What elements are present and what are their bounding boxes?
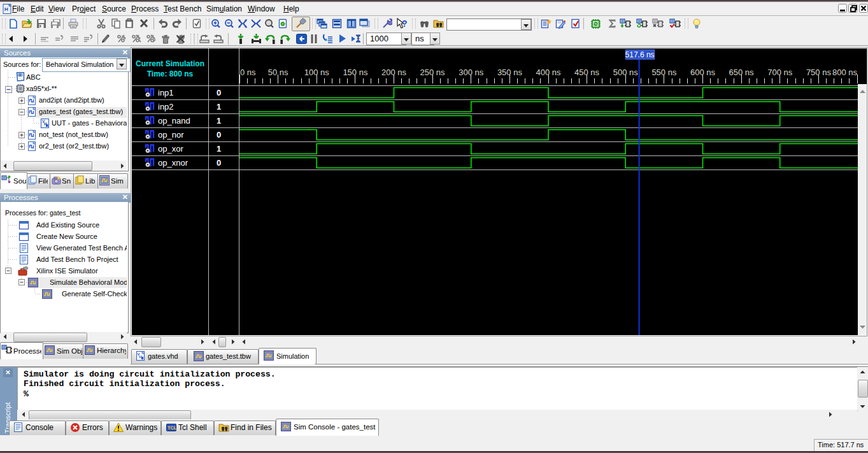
svg-text:Create New Source: Create New Source	[36, 233, 97, 240]
svg-text:op_xnor: op_xnor	[158, 158, 189, 168]
svg-text:op_xor: op_xor	[158, 144, 183, 154]
svg-text:inp1: inp1	[158, 88, 174, 97]
svg-text:inp2: inp2	[158, 102, 174, 111]
svg-text:517.6 ns: 517.6 ns	[625, 50, 655, 59]
svg-text:?: ?	[402, 18, 408, 29]
svg-text:800 ns: 800 ns	[832, 68, 858, 77]
svg-text:xa95*xl-**: xa95*xl-**	[26, 85, 57, 92]
svg-text:op_nor: op_nor	[158, 130, 184, 140]
svg-text:0: 0	[217, 158, 221, 168]
svg-text:UUT - gates - Behavioral: UUT - gates - Behavioral	[52, 119, 127, 127]
svg-text:Add Test Bench To Project: Add Test Bench To Project	[36, 255, 118, 263]
svg-text:ABC: ABC	[26, 73, 41, 81]
svg-text:Current Simulation: Current Simulation	[136, 59, 204, 68]
svg-text:and2ipt (and2ipt.tbw): and2ipt (and2ipt.tbw)	[39, 96, 104, 104]
svg-text:0: 0	[217, 88, 221, 97]
svg-text:Add Existing Source: Add Existing Source	[36, 221, 99, 229]
svg-text:View Generated Test Bench A: View Generated Test Bench A	[36, 244, 127, 252]
svg-text:TCL: TCL	[167, 425, 176, 431]
svg-text:or2_test (or2_test.tbw): or2_test (or2_test.tbw)	[39, 142, 109, 150]
svg-text:Xilinx ISE Simulator: Xilinx ISE Simulator	[36, 267, 98, 275]
svg-text:0 ns: 0 ns	[240, 68, 256, 77]
svg-text:Time: 800 ns: Time: 800 ns	[147, 69, 194, 78]
svg-text:Generate Self-Checki: Generate Self-Checki	[62, 290, 127, 298]
svg-text:gates_test (gates_test.tbw): gates_test (gates_test.tbw)	[39, 108, 123, 115]
svg-text:1: 1	[217, 144, 221, 154]
svg-text:Simulate Behavioral Mode: Simulate Behavioral Mode	[50, 278, 127, 286]
svg-text:1: 1	[217, 116, 221, 126]
svg-text:1: 1	[217, 102, 221, 111]
svg-text:0: 0	[217, 130, 221, 140]
svg-text:H: H	[4, 6, 8, 12]
svg-text:not_test (not_test.tbw): not_test (not_test.tbw)	[39, 131, 108, 138]
svg-text:op_nand: op_nand	[158, 116, 190, 126]
